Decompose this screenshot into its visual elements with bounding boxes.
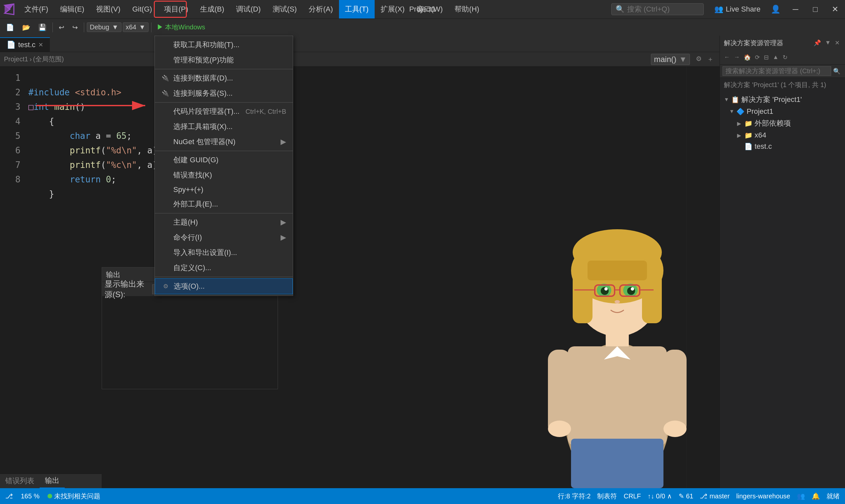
menu-spy[interactable]: Spy++(+) — [155, 183, 293, 197]
breadcrumb-scope: (全局范围) — [33, 55, 64, 64]
search-box[interactable]: 🔍 — [611, 3, 704, 15]
menu-customize[interactable]: 自定义(C)... — [155, 260, 293, 275]
status-indicator-dot[interactable]: 未找到相关问题 — [48, 492, 100, 501]
panel-menu-button[interactable]: ▼ — [824, 39, 832, 47]
tab-close-button[interactable]: ✕ — [38, 41, 43, 49]
customize-icon — [161, 264, 169, 272]
editor-scrollbar[interactable] — [713, 67, 720, 488]
tree-item-testc[interactable]: ▶ 📄 test.c — [720, 141, 845, 152]
run-button[interactable]: ▶ 本地Windows — [154, 21, 208, 33]
search-solution-input[interactable] — [723, 66, 831, 76]
close-button[interactable]: ✕ — [825, 0, 845, 18]
refresh-button[interactable]: ↻ — [781, 52, 789, 62]
user-account-button[interactable]: 👤 — [766, 0, 786, 18]
commandline-submenu-arrow: ▶ — [281, 233, 286, 242]
tab-error-list[interactable]: 错误列表 — [0, 474, 40, 488]
menu-error-lookup[interactable]: 错误查找(K) — [155, 167, 293, 183]
status-line-ending[interactable]: CRLF — [623, 492, 641, 500]
search-input[interactable] — [627, 5, 693, 14]
menu-options[interactable]: ⚙ 选项(O)... — [155, 278, 293, 294]
menu-file[interactable]: 文件(F) — [18, 0, 54, 18]
menu-external-tools[interactable]: 外部工具(E)... — [155, 197, 293, 212]
line-num-1: 1 — [3, 71, 20, 85]
menu-manage-preview[interactable]: 管理和预览(P)功能 — [155, 52, 293, 68]
menu-project[interactable]: 项目(P) — [158, 0, 194, 18]
platform-dropdown[interactable]: x64 ▼ — [123, 22, 148, 32]
menu-create-guid[interactable]: 创建 GUID(G) — [155, 152, 293, 167]
panel-close-button[interactable]: ✕ — [833, 39, 841, 47]
status-zoom[interactable]: 165 % — [21, 492, 40, 500]
svg-rect-11 — [587, 260, 647, 281]
debug-config-dropdown[interactable]: Debug ▼ — [87, 22, 122, 32]
save-button[interactable]: 💾 — [35, 22, 50, 33]
line-numbers: 1 2 3 4 5 6 7 8 — [0, 67, 23, 488]
menu-debug[interactable]: 调试(D) — [230, 0, 267, 18]
status-row-col[interactable]: 行:8 字符:2 — [558, 492, 591, 501]
platform-label: x64 — [126, 23, 136, 31]
menu-code-snippet[interactable]: 代码片段管理器(T)... Ctrl+K, Ctrl+B — [155, 104, 293, 119]
open-button[interactable]: 📂 — [19, 22, 34, 33]
status-notifications[interactable]: 🔔 — [812, 492, 820, 500]
menu-extensions[interactable]: 扩展(X) — [375, 0, 411, 18]
panel-header-buttons: 📌 ▼ ✕ — [812, 39, 841, 47]
menu-edit[interactable]: 编辑(E) — [54, 0, 90, 18]
maximize-button[interactable]: □ — [805, 0, 825, 18]
status-errors-count[interactable]: ↑↓ 0/0 ∧ — [648, 492, 672, 500]
menu-manage-label: 管理和预览(P)功能 — [173, 55, 234, 65]
menu-choose-toolbox[interactable]: 选择工具箱项(X)... — [155, 119, 293, 134]
menu-get-tools[interactable]: 获取工具和功能(T)... — [155, 37, 293, 52]
menu-test[interactable]: 测试(S) — [267, 0, 303, 18]
menu-error-lookup-label: 错误查找(K) — [173, 170, 212, 180]
redo-button[interactable]: ↪ — [69, 22, 81, 33]
x64-icon: 📁 — [744, 131, 753, 139]
menu-connect-server[interactable]: 🔌 连接到服务器(S)... — [155, 86, 293, 101]
minimize-button[interactable]: ─ — [786, 0, 805, 18]
menu-nuget[interactable]: NuGet 包管理器(N) ▶ — [155, 134, 293, 149]
live-share-button[interactable]: 👥 Live Share — [709, 0, 766, 18]
menu-tools[interactable]: 工具(T) — [339, 0, 375, 18]
new-file-button[interactable]: 📄 — [3, 22, 17, 33]
status-ready[interactable]: 就绪 — [827, 492, 840, 501]
menu-import-export[interactable]: 导入和导出设置(I)... — [155, 245, 293, 260]
nav-dropdown-label: main() — [654, 55, 676, 64]
status-repo[interactable]: lingers-warehouse — [736, 492, 790, 500]
status-git-icon[interactable]: ⎇ — [5, 492, 13, 500]
search-solution-button[interactable]: 🔍 — [831, 66, 842, 76]
line-num-3: 3 — [3, 100, 20, 114]
menu-build[interactable]: 生成(B) — [194, 0, 230, 18]
svg-point-30 — [664, 420, 687, 437]
add-line-button[interactable]: ＋ — [705, 54, 716, 64]
tree-item-solution[interactable]: ▼ 📋 解决方案 'Project1' — [720, 93, 845, 106]
menu-analyze[interactable]: 分析(A) — [303, 0, 339, 18]
status-encoding[interactable]: 制表符 — [597, 492, 617, 501]
menu-git[interactable]: Git(G) — [126, 0, 158, 18]
tree-item-x64[interactable]: ▶ 📁 x64 — [720, 130, 845, 141]
tree-item-external-deps[interactable]: ▶ 📁 外部依赖项 — [720, 117, 845, 130]
undo-button[interactable]: ↩ — [55, 22, 68, 33]
tree-item-project[interactable]: ▼ 🔷 Project1 — [720, 106, 845, 117]
menu-commandline[interactable]: 命令行(I) ▶ — [155, 230, 293, 245]
vs-logo — [3, 3, 16, 16]
menu-help[interactable]: 帮助(H) — [448, 0, 485, 18]
menu-connect-db[interactable]: 🔌 连接到数据库(D)... — [155, 71, 293, 86]
zoom-label: 165 % — [21, 492, 40, 500]
sync-button[interactable]: ⟳ — [754, 52, 761, 62]
home-button[interactable]: 🏠 — [742, 52, 752, 62]
menu-view[interactable]: 视图(V) — [90, 0, 126, 18]
menu-connect-db-label: 连接到数据库(D)... — [173, 73, 233, 83]
status-branch[interactable]: ⎇ master — [700, 492, 729, 500]
options-icon: ⚙ — [162, 282, 170, 290]
filter-button[interactable]: ⊟ — [762, 52, 770, 62]
no-errors-label: 未找到相关问题 — [54, 492, 100, 501]
collapse-button[interactable]: ▲ — [771, 52, 780, 62]
forward-button[interactable]: → — [733, 52, 741, 62]
nav-dropdown-arrow: ▼ — [679, 55, 687, 64]
status-git-changes[interactable]: ✎ 61 — [679, 492, 693, 500]
back-button[interactable]: ← — [723, 52, 731, 62]
tab-output[interactable]: 输出 — [40, 474, 65, 488]
settings-icon[interactable]: ⚙ — [694, 54, 704, 64]
status-live-share[interactable]: 👥 — [797, 492, 805, 500]
menu-theme[interactable]: 主题(H) ▶ — [155, 215, 293, 230]
tab-test-c[interactable]: 📄 test.c ✕ — [0, 37, 50, 52]
pin-button[interactable]: 📌 — [812, 39, 822, 47]
